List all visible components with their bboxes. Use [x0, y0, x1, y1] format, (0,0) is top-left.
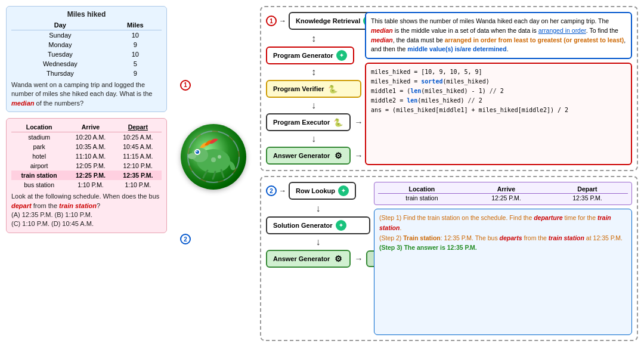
badge-1-middle: 1	[180, 80, 191, 91]
answer-generator-label-top: Answer Generator	[273, 152, 330, 159]
top-section: 1 → Knowledge Retrieval ✦ ↕ Program Gene…	[266, 12, 632, 165]
program-verifier-label: Program Verifier	[273, 85, 324, 92]
table2-cell: 12:10 P.M.	[114, 161, 162, 171]
svg-point-4	[196, 150, 199, 154]
knowledge-retrieval-label: Knowledge Retrieval	[296, 17, 360, 24]
arrow-ag-ans: →	[354, 151, 363, 160]
lookup-h-location: Location	[378, 185, 466, 194]
lookup-result-table: Location Arrive Depart train station 12:…	[378, 185, 628, 202]
program-executor-row: Program Executor 🐍 → ans = 9.0	[266, 113, 361, 131]
program-executor-label: Program Executor	[273, 119, 330, 126]
gpt-icon-pg: ✦	[336, 50, 347, 61]
arrow-pe-ag: ↓	[266, 134, 361, 144]
median-keyword: median	[11, 100, 35, 107]
table2-cell: 12:05 P.M.	[67, 161, 114, 171]
table2-cell: 11:15 A.M.	[114, 151, 162, 161]
bottom-section: 2 → Row Lookup ✦ ↓ Solution Generator ✦	[266, 182, 632, 335]
chameleon-svg	[187, 130, 240, 184]
row-lookup-node[interactable]: Row Lookup ✦	[289, 182, 356, 200]
step1-text: (Step 1) Find the train station on the s…	[379, 213, 627, 233]
arrow-kr-pg: ↕	[266, 34, 361, 44]
table1-header-day: Day	[11, 20, 109, 30]
program-generator-label: Program Generator	[273, 52, 333, 59]
table2-box: Location Arrive Depart stadium10:20 A.M.…	[6, 118, 167, 233]
top-flow-column: 1 → Knowledge Retrieval ✦ ↕ Program Gene…	[266, 12, 361, 165]
median-kw2: median	[371, 36, 393, 44]
table1-cell: Tuesday	[11, 49, 109, 59]
answer-generator-node-top[interactable]: Answer Generator ⚙	[266, 147, 351, 165]
table2-problem: Look at the following schedule. When doe…	[11, 192, 162, 229]
table2-cell: 12:25 P.M.	[67, 171, 114, 180]
right-column: 1 → Knowledge Retrieval ✦ ↕ Program Gene…	[260, 6, 638, 341]
row-lookup-label: Row Lookup	[296, 187, 335, 194]
lookup-h-arrive: Arrive	[466, 185, 547, 194]
table1-cell: 9	[109, 69, 162, 78]
table2-cell: 10:45 A.M.	[114, 142, 162, 151]
gear-icon-ag-bottom: ⚙	[333, 253, 343, 264]
table2-cell: 10:25 A.M.	[114, 132, 162, 142]
table2-cell: hotel	[11, 151, 67, 161]
table2-cell: bus station	[11, 180, 67, 190]
answer-generator-label-bottom: Answer Generator	[273, 255, 330, 262]
table2-h-arrive: Arrive	[67, 122, 114, 132]
table1-cell: 5	[109, 59, 162, 69]
lookup-arrive: 12:25 P.M.	[466, 194, 547, 203]
arrow-pv-pe: ↓	[266, 101, 361, 110]
chameleon-logo	[181, 124, 246, 190]
svg-point-2	[188, 153, 196, 159]
answer-generator-node-bottom[interactable]: Answer Generator ⚙	[266, 250, 351, 268]
gear-icon-ag-top: ⚙	[333, 150, 343, 161]
solution-text-box: (Step 1) Find the train station on the s…	[374, 209, 632, 335]
svg-point-5	[196, 151, 197, 152]
svg-point-7	[218, 155, 221, 159]
table1-box: Miles hiked Day Miles Sunday10Monday9Tue…	[6, 6, 167, 112]
arrow-pg-pv: ↕	[266, 67, 361, 77]
lookup-depart: 12:35 P.M.	[547, 194, 628, 203]
middle-column: 1 2	[172, 6, 255, 341]
step3-text: (Step 3) The answer is 12:35 P.M.	[379, 243, 627, 253]
table1-cell: Wednesday	[11, 59, 109, 69]
table2-cell: 1:10 P.M.	[67, 180, 114, 190]
solution-generator-node[interactable]: Solution Generator ✦	[266, 216, 370, 234]
table2-cell: 11:10 A.M.	[67, 151, 114, 161]
table1-problem: Wanda went on a camping trip and logged …	[11, 80, 162, 108]
main-container: Miles hiked Day Miles Sunday10Monday9Tue…	[0, 0, 644, 347]
arrow-sg-ag: ↓	[266, 237, 370, 247]
left-column: Miles hiked Day Miles Sunday10Monday9Tue…	[6, 6, 167, 341]
table1-cell: 9	[109, 40, 162, 49]
svg-point-6	[211, 157, 216, 162]
table1-cell: 10	[109, 49, 162, 59]
arrow-rl-sg: ↓	[266, 204, 370, 213]
step2-text: (Step 2) Train station: 12:35 P.M. The b…	[379, 233, 627, 243]
table2-h-depart: Depart	[114, 122, 162, 132]
answer-generator-row-bottom: Answer Generator ⚙ → 12:35 P.M.	[266, 250, 370, 268]
solution-generator-label: Solution Generator	[273, 222, 333, 229]
badge-2-middle: 2	[180, 234, 191, 244]
answer-generator-row-top: Answer Generator ⚙ → 9	[266, 147, 361, 165]
bottom-flow-column: 2 → Row Lookup ✦ ↓ Solution Generator ✦	[266, 182, 370, 335]
table2-cell: airport	[11, 161, 67, 171]
table1-header-miles: Miles	[109, 20, 162, 30]
gpt-icon-sg: ✦	[336, 220, 346, 231]
table2-cell: park	[11, 142, 67, 151]
table2-cell: 10:35 A.M.	[67, 142, 114, 151]
badge-2-bottom: 2	[266, 185, 277, 196]
program-executor-node[interactable]: Program Executor 🐍	[266, 113, 351, 131]
table2: Location Arrive Depart stadium10:20 A.M.…	[11, 122, 162, 190]
table1-cell: Monday	[11, 40, 109, 49]
lookup-h-depart: Depart	[547, 185, 628, 194]
table1-cell: Sunday	[11, 30, 109, 41]
python-icon-pe: 🐍	[333, 117, 343, 128]
code-box: miles_hiked = [10, 9, 10, 5, 9] miles_hi…	[365, 63, 632, 165]
lookup-result-box: Location Arrive Depart train station 12:…	[374, 182, 632, 205]
top-section-box: 1 → Knowledge Retrieval ✦ ↕ Program Gene…	[260, 6, 638, 171]
program-verifier-node[interactable]: Program Verifier 🐍	[266, 80, 361, 98]
bottom-right-content: Location Arrive Depart train station 12:…	[374, 182, 632, 335]
python-icon-pv: 🐍	[327, 83, 338, 94]
arrow-ag-final: →	[354, 254, 363, 264]
depart-keyword: depart	[11, 202, 32, 209]
gpt-icon-rl: ✦	[338, 185, 349, 196]
program-generator-node[interactable]: Program Generator ✦	[266, 47, 354, 64]
bottom-section-box: 2 → Row Lookup ✦ ↓ Solution Generator ✦	[260, 176, 638, 341]
train-station-keyword: train station	[59, 202, 97, 209]
